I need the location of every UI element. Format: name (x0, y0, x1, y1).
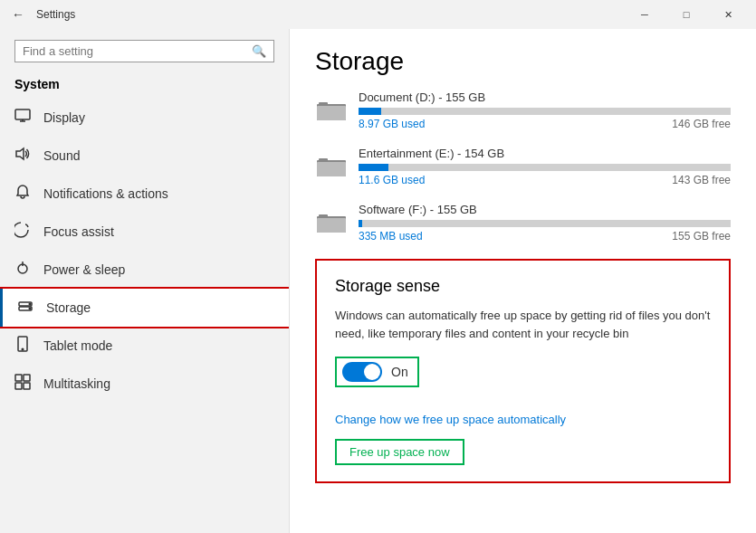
drive-free-document: 146 GB free (672, 118, 731, 130)
sidebar-item-tablet[interactable]: Tablet mode (0, 327, 289, 365)
sidebar-item-multitasking[interactable]: Multitasking (0, 365, 289, 403)
storage-icon (17, 298, 33, 318)
svg-point-11 (22, 348, 24, 350)
svg-rect-13 (24, 375, 30, 381)
sidebar-item-focus[interactable]: Focus assist (0, 213, 289, 251)
svg-rect-21 (319, 158, 328, 162)
drive-bar-fill-software (359, 220, 362, 227)
minimize-button[interactable]: ─ (624, 0, 665, 29)
storage-sense-toggle[interactable] (342, 362, 382, 382)
svg-rect-15 (24, 383, 30, 389)
sidebar-item-storage[interactable]: Storage (0, 289, 289, 327)
drive-name-software: Software (F:) - 155 GB (359, 203, 731, 216)
sidebar-item-label-storage: Storage (46, 300, 91, 315)
sidebar-item-label-notifications: Notifications & actions (43, 186, 168, 201)
drive-item-document: Document (D:) - 155 GB 8.97 GB used 146 … (315, 90, 731, 130)
display-icon (14, 108, 31, 128)
toggle-row[interactable]: On (335, 357, 419, 387)
drive-item-software: Software (F:) - 155 GB 335 MB used 155 G… (315, 203, 731, 243)
drive-free-software: 155 GB free (672, 230, 731, 243)
drive-info-document: Document (D:) - 155 GB 8.97 GB used 146 … (359, 90, 731, 130)
drive-bar-fill-entertainment (359, 164, 388, 171)
svg-rect-20 (317, 162, 346, 176)
drive-used-software: 335 MB used (359, 230, 423, 243)
sidebar-item-label-power: Power & sleep (43, 262, 125, 277)
svg-rect-17 (317, 106, 346, 120)
search-input[interactable] (23, 44, 252, 58)
toggle-container: On (335, 357, 711, 400)
drive-info-software: Software (F:) - 155 GB 335 MB used 155 G… (359, 203, 731, 243)
sidebar-section-title: System (0, 73, 289, 99)
sidebar-item-power[interactable]: Power & sleep (0, 251, 289, 289)
tablet-icon (14, 336, 31, 356)
drive-icon-document (315, 97, 348, 124)
search-icon: 🔍 (252, 44, 266, 58)
svg-rect-0 (15, 109, 30, 119)
sidebar-item-label-display: Display (43, 110, 85, 125)
sound-icon (14, 146, 31, 166)
sidebar: 🔍 System Display Sound (0, 29, 290, 533)
free-up-button[interactable]: Free up space now (335, 439, 464, 465)
svg-marker-3 (16, 148, 24, 159)
page-title: Storage (315, 47, 731, 76)
drive-used-entertainment: 11.6 GB used (359, 174, 425, 186)
sidebar-item-label-focus: Focus assist (43, 224, 114, 239)
drive-icon-software (315, 209, 348, 236)
svg-point-8 (29, 303, 31, 305)
notifications-icon (14, 184, 31, 204)
drive-stats-software: 335 MB used 155 GB free (359, 230, 731, 243)
titlebar-title: Settings (36, 8, 624, 21)
change-settings-link[interactable]: Change how we free up space automaticall… (335, 413, 711, 426)
drive-icon-entertainment (315, 153, 348, 180)
power-icon (14, 260, 31, 280)
drive-bar-fill-document (359, 108, 381, 115)
content-area: Storage Document (D:) - 155 GB 8.97 GB u… (290, 29, 756, 533)
storage-sense-description: Windows can automatically free up space … (335, 307, 711, 342)
toggle-label: On (391, 365, 408, 379)
close-button[interactable]: ✕ (707, 0, 749, 29)
drive-bar-bg-software (359, 220, 731, 227)
back-button[interactable]: ← (7, 4, 29, 25)
drive-name-document: Document (D:) - 155 GB (359, 90, 731, 104)
drive-stats-document: 8.97 GB used 146 GB free (359, 118, 731, 130)
drive-name-entertainment: Entertainment (E:) - 154 GB (359, 147, 731, 160)
svg-point-9 (29, 308, 31, 309)
svg-rect-14 (15, 383, 22, 389)
drive-bar-bg-document (359, 108, 731, 115)
maximize-button[interactable]: □ (665, 0, 707, 29)
search-box[interactable]: 🔍 (14, 40, 274, 62)
svg-rect-24 (319, 214, 328, 218)
app-body: 🔍 System Display Sound (0, 29, 756, 533)
drive-free-entertainment: 143 GB free (672, 174, 731, 186)
sidebar-item-label-sound: Sound (43, 148, 80, 163)
multitasking-icon (14, 374, 31, 394)
sidebar-item-label-multitasking: Multitasking (43, 376, 110, 391)
sidebar-item-display[interactable]: Display (0, 99, 289, 137)
focus-icon (14, 222, 31, 242)
svg-rect-18 (319, 102, 328, 106)
drive-item-entertainment: Entertainment (E:) - 154 GB 11.6 GB used… (315, 147, 731, 186)
drive-info-entertainment: Entertainment (E:) - 154 GB 11.6 GB used… (359, 147, 731, 186)
svg-rect-23 (317, 218, 346, 233)
drive-bar-bg-entertainment (359, 164, 731, 171)
sidebar-item-sound[interactable]: Sound (0, 137, 289, 175)
drive-stats-entertainment: 11.6 GB used 143 GB free (359, 174, 731, 186)
storage-sense-box: Storage sense Windows can automatically … (315, 259, 731, 483)
storage-sense-title: Storage sense (335, 277, 711, 296)
titlebar: ← Settings ─ □ ✕ (0, 0, 756, 29)
svg-rect-12 (15, 375, 22, 381)
window-controls: ─ □ ✕ (624, 0, 749, 29)
sidebar-item-label-tablet: Tablet mode (43, 338, 112, 353)
drive-used-document: 8.97 GB used (359, 118, 425, 130)
sidebar-item-notifications[interactable]: Notifications & actions (0, 175, 289, 213)
